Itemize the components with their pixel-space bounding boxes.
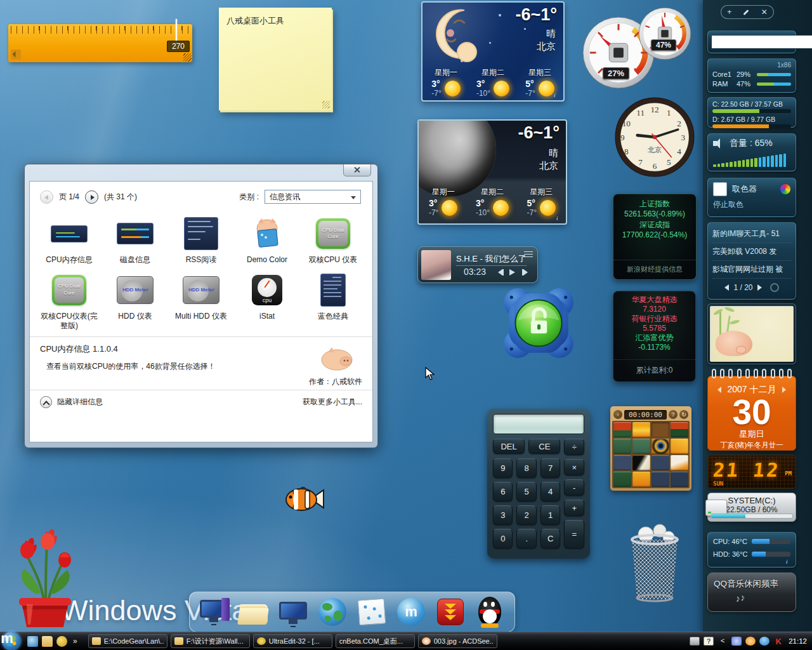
quicklaunch-browser-icon[interactable] — [27, 636, 38, 647]
puzzle-shuffle-button[interactable]: ↻ — [679, 410, 688, 419]
gadget-item[interactable]: HDD Meter Multi HDD 仪表 — [168, 267, 234, 333]
taskbar-window-button[interactable]: E:\CodeGear\Lan\... — [88, 634, 167, 648]
info-icon[interactable] — [556, 215, 563, 222]
calc-multiply-button[interactable]: × — [564, 459, 584, 475]
tray-clock[interactable]: 21:12 — [789, 637, 807, 645]
keyboard-layout-icon[interactable] — [690, 637, 700, 646]
calc-key[interactable]: 4 — [540, 482, 560, 501]
quicklaunch-folder-icon[interactable] — [42, 636, 53, 647]
gadget-item[interactable]: Demo Color — [234, 210, 300, 267]
tray-expand-chevron[interactable] — [717, 637, 728, 646]
calendar-gadget[interactable]: 2007 十二月 30 星期日 丁亥(猪)年冬月廿一 — [707, 376, 796, 451]
stock-index-gadget[interactable]: 上证指数 5261.563(-0.89%) 深证成指 17700.622(-0.… — [613, 194, 697, 280]
color-picker-gadget[interactable]: 取色器 停止取色 — [707, 178, 796, 217]
note-resize-handle[interactable] — [322, 101, 330, 109]
puzzle-tile[interactable] — [632, 422, 650, 437]
puzzle-tile[interactable] — [632, 439, 650, 454]
collapse-details-button[interactable] — [40, 396, 52, 408]
news-next-button[interactable] — [757, 284, 762, 291]
tray-app-icon[interactable] — [745, 637, 756, 646]
calc-key[interactable]: 6 — [493, 482, 513, 501]
puzzle-tile[interactable] — [632, 472, 650, 487]
calc-key[interactable]: 3 — [493, 505, 513, 525]
sticky-note-gadget[interactable]: 八戒桌面小工具 — [219, 8, 332, 110]
calendar-next-button[interactable] — [782, 387, 786, 393]
taskbar-window-button[interactable]: 003.jpg - ACDSee... — [418, 634, 497, 648]
quicklaunch-ultraedit-icon[interactable] — [56, 636, 67, 647]
kaspersky-tray-icon[interactable] — [773, 637, 783, 646]
volume-bars[interactable] — [713, 153, 790, 167]
news-item[interactable]: 新的IM聊天工具- 51 — [712, 225, 791, 243]
volume-gadget[interactable]: 音量 : 65% — [707, 133, 796, 171]
calc-key[interactable]: 8 — [516, 458, 536, 478]
calc-minus-button[interactable]: - — [564, 479, 584, 496]
ruler-anchor-button[interactable] — [11, 50, 21, 60]
settings-wrench-icon[interactable] — [743, 9, 749, 15]
documents-folder-icon[interactable] — [237, 595, 270, 628]
gadget-item[interactable]: CPU Dual Core 双核CPU仪表(完整版) — [36, 267, 102, 333]
trash-basket-image[interactable] — [622, 521, 688, 606]
ruler-gadget[interactable]: 270 — [8, 24, 192, 62]
qq-messenger-icon[interactable] — [473, 595, 506, 628]
puzzle-tile[interactable] — [652, 472, 669, 487]
calculator-gadget[interactable]: DEL CE 9 8 7 6 5 4 3 2 1 0 . C — [487, 409, 590, 559]
weather-gadget-moon[interactable]: -6~1° 晴 北京 星期一 3° -7° 星期二 3° -10° 星期三 5°… — [417, 119, 567, 225]
gadget-item[interactable]: cpu iStat — [234, 267, 300, 333]
maxthon-browser-icon[interactable] — [395, 595, 428, 628]
ruler-resize-handle[interactable] — [183, 53, 192, 62]
music-player-gadget[interactable]: S.H.E - 我们怎么了 03:23 — [417, 246, 538, 283]
puzzle-tile[interactable] — [613, 455, 631, 470]
calc-key[interactable]: C — [540, 529, 560, 548]
calc-key[interactable]: 2 — [516, 505, 536, 525]
gadget-item[interactable]: RSS阅读 — [168, 210, 234, 267]
analog-clock-gadget[interactable]: 12 1 2 3 4 5 6 7 8 9 10 11 北京 — [614, 96, 695, 178]
calc-key[interactable]: 7 — [540, 458, 560, 478]
sticky-note-text[interactable]: 八戒桌面小工具 — [226, 15, 324, 27]
display-settings-icon[interactable] — [277, 595, 310, 628]
digital-clock-gadget[interactable]: 21 12 PM SUN — [707, 454, 796, 489]
puzzle-tile[interactable] — [671, 439, 688, 454]
news-prev-button[interactable] — [724, 284, 729, 291]
puzzle-tile[interactable] — [613, 422, 631, 437]
gallery-panel-icon[interactable] — [355, 595, 388, 628]
puzzle-tile[interactable] — [613, 472, 631, 487]
gadget-item[interactable]: HDD Meter HDD 仪表 — [102, 267, 168, 333]
close-button[interactable] — [343, 164, 371, 176]
gadget-item[interactable]: CPU内存信息 — [36, 210, 102, 267]
next-page-button[interactable] — [85, 190, 98, 204]
prev-page-button[interactable] — [40, 190, 53, 204]
puzzle-tile[interactable] — [632, 455, 650, 470]
puzzle-tile[interactable] — [671, 472, 688, 487]
previous-button[interactable] — [498, 269, 507, 276]
ram-gauge[interactable] — [638, 6, 692, 61]
puzzle-tile[interactable] — [613, 439, 631, 454]
search-input[interactable] — [711, 35, 812, 49]
puzzle-tile[interactable] — [671, 455, 688, 470]
taskbar-window-button[interactable]: F:\设计资源\Wall... — [171, 634, 250, 648]
close-sidebar-button[interactable]: ✕ — [761, 8, 768, 16]
next-button[interactable] — [522, 269, 531, 276]
puzzle-back-button[interactable]: ‹ — [613, 410, 622, 419]
puzzle-tile[interactable] — [652, 439, 669, 454]
info-icon[interactable] — [786, 559, 792, 565]
disk-usage-gadget[interactable]: C: 22.50 GB / 37.57 GB D: 2.67 GB / 9.77… — [707, 97, 796, 128]
puzzle-tile[interactable] — [671, 422, 688, 437]
calc-key[interactable]: 9 — [493, 458, 513, 478]
tray-app-icon[interactable] — [731, 637, 742, 646]
picture-frame-gadget[interactable] — [707, 303, 796, 364]
puzzle-help-button[interactable]: ? — [669, 410, 678, 419]
gadget-item[interactable]: CPU Dual Core 双核CPU 仪表 — [300, 210, 366, 267]
hide-details-label[interactable]: 隐藏详细信息 — [57, 397, 103, 408]
picture-puzzle-gadget[interactable]: ‹ 00:00:00 ? ↻ — [610, 406, 691, 491]
system-drive-gadget[interactable]: SYSTEM(C:) 22.50GB / 60% — [707, 493, 796, 522]
get-more-gadgets-link[interactable]: 获取更多小工具... — [303, 397, 362, 408]
qq-tray-icon[interactable] — [759, 637, 769, 646]
puzzle-tile-empty[interactable] — [652, 422, 669, 437]
calc-equals-button[interactable]: = — [564, 520, 584, 548]
gadget-item[interactable]: 磁盘信息 — [102, 210, 168, 267]
taskbar-window-button[interactable]: UltraEdit-32 - [... — [253, 634, 332, 648]
puzzle-tile[interactable] — [652, 455, 669, 470]
calc-divide-button[interactable]: ÷ — [564, 439, 584, 455]
calc-key[interactable]: . — [516, 529, 536, 548]
news-item[interactable]: 完美卸载 V2008 发 — [712, 243, 791, 261]
